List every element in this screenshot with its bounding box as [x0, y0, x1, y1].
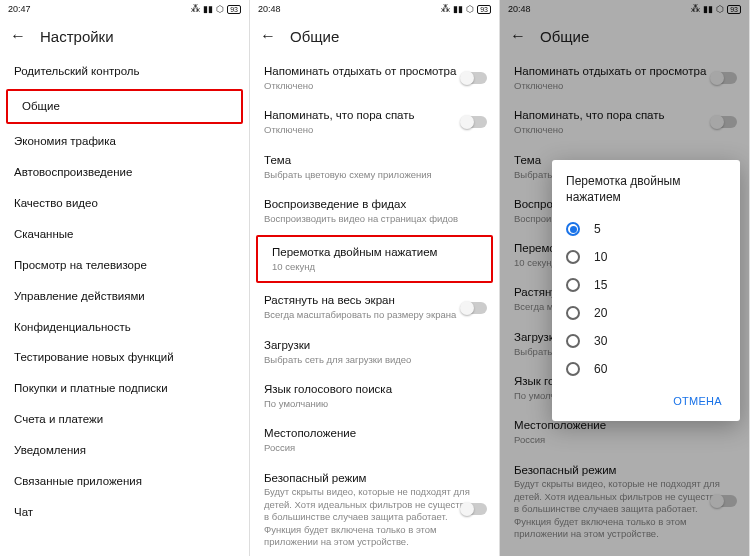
item-label: Связанные приложения: [14, 474, 235, 489]
dialog-title: Перемотка двойным нажатием: [566, 174, 726, 205]
wifi-icon: ⬡: [466, 4, 474, 14]
radio-icon[interactable]: [566, 278, 580, 292]
setting-label: Напоминать, что пора спать: [264, 108, 485, 123]
item-label: Управление действиями: [14, 289, 235, 304]
item-label: Уведомления: [14, 443, 235, 458]
clock: 20:48: [258, 4, 281, 14]
settings-list: Родительский контроль Общие Экономия тра…: [0, 54, 249, 528]
item-label: Скачанные: [14, 227, 235, 242]
setting-sublabel: Выбрать сеть для загрузки видео: [264, 354, 485, 366]
dialog-option[interactable]: 30: [566, 327, 726, 355]
item-label: Родительский контроль: [14, 64, 235, 79]
signal-icon: ▮▮: [203, 4, 213, 14]
setting-sublabel: Отключено: [264, 80, 485, 92]
radio-icon[interactable]: [566, 362, 580, 376]
setting-label: Воспроизведение в фидах: [264, 197, 485, 212]
option-label: 20: [594, 306, 607, 320]
dialog-actions: ОТМЕНА: [566, 389, 726, 413]
item-label: Общие: [22, 99, 227, 114]
setting-sublabel: По умолчанию: [264, 398, 485, 410]
pane-general: 20:48 ⁂ ▮▮ ⬡ 93 ← Общие Напоминать отдых…: [250, 0, 500, 556]
setting-row[interactable]: Перемотка двойным нажатием10 секунд: [256, 235, 493, 283]
setting-row[interactable]: МестоположениеРоссия: [250, 418, 499, 462]
list-item[interactable]: Уведомления: [0, 435, 249, 466]
setting-label: Безопасный режим: [264, 471, 485, 486]
list-item-general[interactable]: Общие: [6, 89, 243, 124]
list-item[interactable]: Покупки и платные подписки: [0, 373, 249, 404]
page-title: Настройки: [40, 28, 114, 45]
bluetooth-icon: ⁂: [191, 4, 200, 14]
battery-icon: 93: [227, 5, 241, 14]
list-item[interactable]: Родительский контроль: [0, 56, 249, 87]
dialog-option[interactable]: 15: [566, 271, 726, 299]
toggle-switch[interactable]: [461, 302, 487, 314]
option-label: 15: [594, 278, 607, 292]
option-label: 10: [594, 250, 607, 264]
list-item[interactable]: Связанные приложения: [0, 466, 249, 497]
item-label: Просмотр на телевизоре: [14, 258, 235, 273]
list-item[interactable]: Тестирование новых функций: [0, 342, 249, 373]
setting-row[interactable]: Язык голосового поискаПо умолчанию: [250, 374, 499, 418]
cancel-button[interactable]: ОТМЕНА: [669, 389, 726, 413]
setting-sublabel: Отключено: [264, 124, 485, 136]
toggle-switch[interactable]: [461, 116, 487, 128]
setting-sublabel: Выбрать цветовую схему приложения: [264, 169, 485, 181]
setting-row[interactable]: Напоминать отдыхать от просмотраОтключен…: [250, 56, 499, 100]
setting-label: Тема: [264, 153, 485, 168]
pane-settings: 20:47 ⁂ ▮▮ ⬡ 93 ← Настройки Родительский…: [0, 0, 250, 556]
item-label: Конфиденциальность: [14, 320, 235, 335]
setting-label: Напоминать отдыхать от просмотра: [264, 64, 485, 79]
radio-icon[interactable]: [566, 306, 580, 320]
option-label: 5: [594, 222, 601, 236]
setting-row[interactable]: Безопасный режимБудут скрыты видео, кото…: [250, 463, 499, 556]
dialog-option[interactable]: 60: [566, 355, 726, 383]
radio-icon[interactable]: [566, 222, 580, 236]
setting-sublabel: Россия: [264, 442, 485, 454]
list-item[interactable]: Экономия трафика: [0, 126, 249, 157]
item-label: Автовоспроизведение: [14, 165, 235, 180]
dialog-option[interactable]: 10: [566, 243, 726, 271]
setting-label: Растянуть на весь экран: [264, 293, 485, 308]
dialog-option[interactable]: 5: [566, 215, 726, 243]
list-item[interactable]: Автовоспроизведение: [0, 157, 249, 188]
radio-icon[interactable]: [566, 334, 580, 348]
toggle-switch[interactable]: [461, 72, 487, 84]
status-bar: 20:48 ⁂ ▮▮ ⬡ 93: [250, 0, 499, 18]
setting-label: Загрузки: [264, 338, 485, 353]
setting-sublabel: Воспроизводить видео на страницах фидов: [264, 213, 485, 225]
dialog-options: 51015203060: [566, 215, 726, 383]
dialog-option[interactable]: 20: [566, 299, 726, 327]
list-item[interactable]: Счета и платежи: [0, 404, 249, 435]
option-label: 30: [594, 334, 607, 348]
wifi-icon: ⬡: [216, 4, 224, 14]
list-item[interactable]: Просмотр на телевизоре: [0, 250, 249, 281]
toggle-switch[interactable]: [461, 503, 487, 515]
setting-row[interactable]: Растянуть на весь экранВсегда масштабиро…: [250, 285, 499, 329]
setting-row[interactable]: ТемаВыбрать цветовую схему приложения: [250, 145, 499, 189]
setting-row[interactable]: Воспроизведение в фидахВоспроизводить ви…: [250, 189, 499, 233]
header: ← Общие: [250, 18, 499, 54]
item-label: Счета и платежи: [14, 412, 235, 427]
option-label: 60: [594, 362, 607, 376]
setting-row[interactable]: Напоминать, что пора спатьОтключено: [250, 100, 499, 144]
battery-icon: 93: [477, 5, 491, 14]
signal-icon: ▮▮: [453, 4, 463, 14]
setting-label: Язык голосового поиска: [264, 382, 485, 397]
seek-dialog: Перемотка двойным нажатием 51015203060 О…: [552, 160, 740, 421]
clock: 20:47: [8, 4, 31, 14]
list-item[interactable]: Скачанные: [0, 219, 249, 250]
setting-sublabel: 10 секунд: [272, 261, 477, 273]
item-label: Тестирование новых функций: [14, 350, 235, 365]
setting-row[interactable]: ЗагрузкиВыбрать сеть для загрузки видео: [250, 330, 499, 374]
list-item[interactable]: Чат: [0, 497, 249, 528]
setting-sublabel: Будут скрыты видео, которые не подходят …: [264, 486, 485, 548]
list-item[interactable]: Качество видео: [0, 188, 249, 219]
radio-icon[interactable]: [566, 250, 580, 264]
general-list: Напоминать отдыхать от просмотраОтключен…: [250, 54, 499, 556]
list-item[interactable]: Управление действиями: [0, 281, 249, 312]
list-item[interactable]: Конфиденциальность: [0, 312, 249, 343]
back-arrow-icon[interactable]: ←: [10, 28, 26, 44]
setting-label: Перемотка двойным нажатием: [272, 245, 477, 260]
header: ← Настройки: [0, 18, 249, 54]
back-arrow-icon[interactable]: ←: [260, 28, 276, 44]
